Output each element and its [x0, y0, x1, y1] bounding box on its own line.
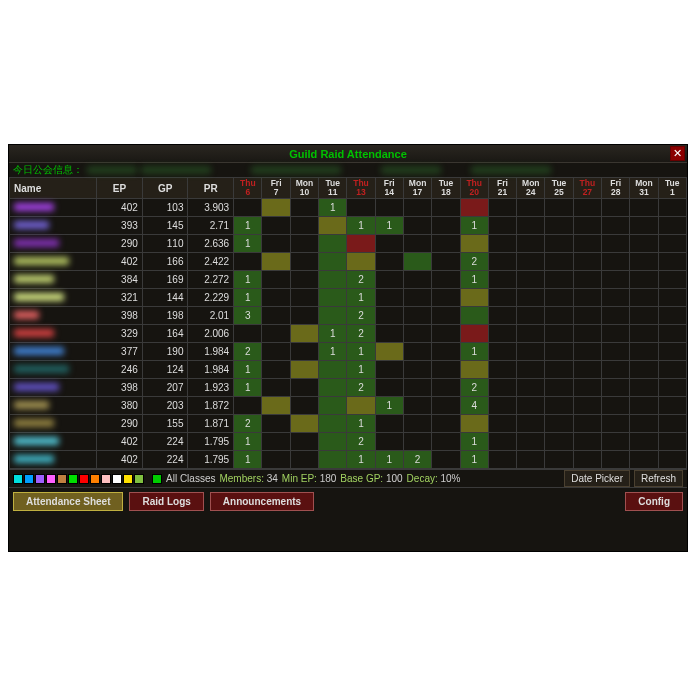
table-row[interactable]: 2901102.6361	[10, 235, 687, 253]
class-swatch[interactable]	[13, 474, 23, 484]
cell-ep: 290	[97, 235, 143, 253]
col-date[interactable]: Fri7	[262, 178, 290, 199]
col-date[interactable]: Mon17	[403, 178, 431, 199]
cell-gp: 203	[142, 397, 188, 415]
cell-pr: 2.01	[188, 307, 234, 325]
col-date[interactable]: Fri28	[602, 178, 630, 199]
table-row[interactable]: 4022241.795121	[10, 433, 687, 451]
cell-gp: 207	[142, 379, 188, 397]
table-row[interactable]: 3211442.22911	[10, 289, 687, 307]
tab-attendance[interactable]: Attendance Sheet	[13, 492, 123, 511]
class-swatch[interactable]	[101, 474, 111, 484]
table-row[interactable]: 4022241.79511121	[10, 451, 687, 469]
cell-attendance	[517, 379, 545, 397]
all-classes-checkbox[interactable]	[152, 474, 162, 484]
table-row[interactable]: 2901551.87121	[10, 415, 687, 433]
cell-pr: 1.872	[188, 397, 234, 415]
table-row[interactable]: 3291642.00612	[10, 325, 687, 343]
col-date[interactable]: Tue1	[658, 178, 686, 199]
cell-name	[10, 271, 97, 289]
table-row[interactable]: 3771901.9842111	[10, 343, 687, 361]
col-date[interactable]: Mon31	[630, 178, 658, 199]
cell-attendance	[630, 199, 658, 217]
cell-attendance	[347, 199, 375, 217]
cell-ep: 402	[97, 433, 143, 451]
cell-attendance	[262, 217, 290, 235]
col-name[interactable]: Name	[10, 178, 97, 199]
col-date[interactable]: Tue18	[432, 178, 460, 199]
cell-attendance	[290, 253, 318, 271]
col-date[interactable]: Mon10	[290, 178, 318, 199]
class-filter-swatches[interactable]	[13, 474, 144, 484]
cell-attendance: 1	[234, 217, 262, 235]
class-swatch[interactable]	[90, 474, 100, 484]
cell-attendance	[517, 325, 545, 343]
tab-config[interactable]: Config	[625, 492, 683, 511]
table-row[interactable]: 3982071.923122	[10, 379, 687, 397]
class-swatch[interactable]	[112, 474, 122, 484]
class-swatch[interactable]	[24, 474, 34, 484]
cell-attendance	[234, 397, 262, 415]
cell-attendance	[460, 289, 488, 307]
tab-announcements[interactable]: Announcements	[210, 492, 314, 511]
table-row[interactable]: 3931452.711111	[10, 217, 687, 235]
cell-attendance	[602, 325, 630, 343]
cell-name	[10, 325, 97, 343]
table-row[interactable]: 3981982.0132	[10, 307, 687, 325]
col-date[interactable]: Thu27	[573, 178, 601, 199]
class-swatch[interactable]	[57, 474, 67, 484]
cell-attendance	[319, 397, 347, 415]
table-row[interactable]: 4021662.4222	[10, 253, 687, 271]
cell-attendance	[403, 289, 431, 307]
class-swatch[interactable]	[123, 474, 133, 484]
close-button[interactable]: ✕	[670, 146, 685, 161]
cell-gp: 164	[142, 325, 188, 343]
cell-attendance	[262, 361, 290, 379]
col-gp[interactable]: GP	[142, 178, 188, 199]
class-swatch[interactable]	[46, 474, 56, 484]
col-date[interactable]: Fri21	[488, 178, 516, 199]
cell-attendance	[573, 433, 601, 451]
cell-name	[10, 433, 97, 451]
class-swatch[interactable]	[134, 474, 144, 484]
cell-attendance	[234, 325, 262, 343]
cell-attendance	[262, 199, 290, 217]
col-date[interactable]: Thu6	[234, 178, 262, 199]
refresh-button[interactable]: Refresh	[634, 470, 683, 487]
cell-attendance	[262, 343, 290, 361]
cell-attendance	[602, 379, 630, 397]
cell-attendance: 1	[460, 343, 488, 361]
table-row[interactable]: 3841692.272121	[10, 271, 687, 289]
cell-attendance	[375, 415, 403, 433]
table-row[interactable]: 4021033.9031	[10, 199, 687, 217]
col-date[interactable]: Thu13	[347, 178, 375, 199]
table-row[interactable]: 3802031.87214	[10, 397, 687, 415]
col-date[interactable]: Fri14	[375, 178, 403, 199]
cell-attendance	[403, 415, 431, 433]
col-date[interactable]: Mon24	[517, 178, 545, 199]
cell-attendance: 1	[319, 343, 347, 361]
cell-attendance	[602, 235, 630, 253]
cell-attendance: 1	[234, 379, 262, 397]
date-picker-button[interactable]: Date Picker	[564, 470, 630, 487]
tab-raid-logs[interactable]: Raid Logs	[129, 492, 203, 511]
col-date[interactable]: Tue11	[319, 178, 347, 199]
cell-attendance: 1	[375, 451, 403, 469]
class-swatch[interactable]	[68, 474, 78, 484]
cell-attendance	[403, 325, 431, 343]
cell-ep: 402	[97, 199, 143, 217]
notice-label: 今日公会信息：	[13, 163, 83, 177]
class-swatch[interactable]	[79, 474, 89, 484]
col-date[interactable]: Thu20	[460, 178, 488, 199]
col-pr[interactable]: PR	[188, 178, 234, 199]
cell-attendance	[602, 433, 630, 451]
cell-attendance	[602, 415, 630, 433]
class-swatch[interactable]	[35, 474, 45, 484]
cell-attendance	[403, 271, 431, 289]
col-ep[interactable]: EP	[97, 178, 143, 199]
table-row[interactable]: 2461241.98411	[10, 361, 687, 379]
cell-attendance	[488, 325, 516, 343]
col-date[interactable]: Tue25	[545, 178, 573, 199]
cell-attendance	[347, 235, 375, 253]
cell-attendance	[573, 307, 601, 325]
